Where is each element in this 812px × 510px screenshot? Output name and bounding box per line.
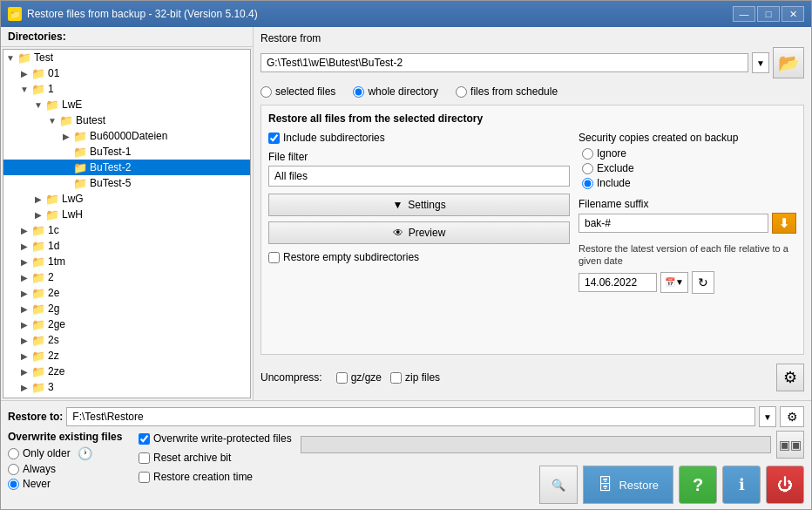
expand-2ze[interactable]: ▶ bbox=[17, 364, 31, 378]
overwrite-protected-checkbox[interactable] bbox=[139, 433, 150, 445]
tree-item-01[interactable]: ▶ 📁 01 bbox=[3, 65, 250, 81]
expand-test[interactable]: ▼ bbox=[3, 51, 17, 65]
restore-to-browse[interactable]: ⚙ bbox=[780, 406, 804, 427]
tree-item-test[interactable]: ▼ 📁 Test bbox=[3, 50, 250, 65]
radio-whole-directory-input[interactable] bbox=[353, 86, 364, 98]
tree-item-1d[interactable]: ▶ 📁 1d bbox=[3, 238, 250, 254]
expand-1d[interactable]: ▶ bbox=[17, 239, 31, 253]
restore-to-input[interactable] bbox=[66, 407, 755, 426]
overwrite-never-input[interactable] bbox=[8, 479, 19, 490]
restore-creation-item[interactable]: Restore creation time bbox=[139, 471, 292, 483]
tree-item-butest2[interactable]: ▶ 📁 BuTest-2 bbox=[3, 160, 250, 175]
security-ignore[interactable]: Ignore bbox=[582, 147, 796, 160]
expand-lwh[interactable]: ▶ bbox=[31, 207, 45, 221]
restore-creation-checkbox[interactable] bbox=[139, 472, 150, 483]
expand-1[interactable]: ▼ bbox=[17, 82, 31, 96]
gz-checkbox[interactable] bbox=[336, 372, 348, 384]
restore-empty-subdirs-checkbox[interactable] bbox=[268, 252, 280, 263]
maximize-button[interactable]: □ bbox=[757, 6, 780, 22]
gz-checkbox-item[interactable]: gz/gze bbox=[336, 371, 382, 384]
date-picker-button[interactable]: 📅▼ bbox=[660, 272, 688, 293]
path-dropdown-button[interactable]: ▼ bbox=[752, 52, 769, 73]
expand-01[interactable]: ▶ bbox=[17, 66, 31, 80]
overwrite-protected-item[interactable]: Overwrite write-protected files bbox=[139, 432, 292, 445]
radio-files-from-schedule-input[interactable] bbox=[456, 86, 467, 98]
folder-icon-butest2: 📁 bbox=[73, 161, 87, 174]
expand-2s[interactable]: ▶ bbox=[17, 333, 31, 347]
expand-2ge[interactable]: ▶ bbox=[17, 317, 31, 331]
expand-2z[interactable]: ▶ bbox=[17, 349, 31, 363]
radio-files-from-schedule[interactable]: files from schedule bbox=[456, 85, 558, 98]
progress-columns-button[interactable]: ▣▣ bbox=[776, 431, 804, 459]
close-button[interactable]: ✕ bbox=[782, 6, 804, 22]
reset-archive-checkbox[interactable] bbox=[139, 452, 150, 464]
overwrite-older-input[interactable] bbox=[8, 448, 19, 459]
expand-lwe[interactable]: ▼ bbox=[31, 98, 45, 112]
tree-item-bu60000[interactable]: ▶ 📁 Bu60000Dateien bbox=[3, 128, 250, 144]
restore-from-input[interactable] bbox=[261, 53, 748, 72]
settings-button[interactable]: ▼ Settings bbox=[268, 194, 570, 216]
include-subdirs-checkbox[interactable] bbox=[268, 133, 280, 144]
file-filter-input[interactable] bbox=[268, 166, 570, 187]
zip-checkbox-item[interactable]: zip files bbox=[390, 371, 440, 384]
tree-item-1c[interactable]: ▶ 📁 1c bbox=[3, 222, 250, 238]
security-include[interactable]: Include bbox=[582, 177, 796, 189]
overwrite-never[interactable]: Never bbox=[8, 478, 130, 490]
security-exclude[interactable]: Exclude bbox=[582, 162, 796, 174]
tree-label-lwg: LwG bbox=[62, 193, 84, 205]
tree-item-butest5[interactable]: ▶ 📁 BuTest-5 bbox=[3, 175, 250, 191]
search-files-button[interactable]: 🔍 bbox=[539, 466, 578, 504]
help-button[interactable]: ? bbox=[679, 466, 717, 504]
tree-item-2ge[interactable]: ▶ 📁 2ge bbox=[3, 316, 250, 332]
clock-icon: 🕐 bbox=[78, 446, 92, 460]
suffix-input[interactable] bbox=[579, 214, 768, 233]
date-input[interactable] bbox=[579, 273, 657, 292]
preview-button[interactable]: 👁 Preview bbox=[268, 221, 570, 244]
security-ignore-input[interactable] bbox=[582, 148, 593, 160]
expand-butest[interactable]: ▼ bbox=[45, 113, 59, 127]
expand-1tm[interactable]: ▶ bbox=[17, 255, 31, 269]
expand-bu60000[interactable]: ▶ bbox=[59, 129, 73, 143]
expand-1c[interactable]: ▶ bbox=[17, 223, 31, 237]
tree-item-2ze[interactable]: ▶ 📁 2ze bbox=[3, 364, 250, 379]
minimize-button[interactable]: — bbox=[733, 6, 755, 22]
tree-item-2[interactable]: ▶ 📁 2 bbox=[3, 269, 250, 285]
overwrite-always-input[interactable] bbox=[8, 464, 19, 475]
tree-item-1[interactable]: ▼ 📁 1 bbox=[3, 81, 250, 97]
tree-item-1tm[interactable]: ▶ 📁 1tm bbox=[3, 254, 250, 269]
restore-to-dropdown[interactable]: ▼ bbox=[759, 406, 776, 427]
overwrite-older[interactable]: Only older 🕐 bbox=[8, 446, 130, 460]
reset-archive-item[interactable]: Reset archive bit bbox=[139, 452, 292, 464]
tree-item-lwg[interactable]: ▶ 📁 LwG bbox=[3, 191, 250, 207]
path-browse-button[interactable]: 📂 bbox=[773, 47, 804, 78]
security-label: Security copies created on backup bbox=[579, 132, 796, 144]
tree-item-2s[interactable]: ▶ 📁 2s bbox=[3, 332, 250, 348]
tree-item-lwe[interactable]: ▼ 📁 LwE bbox=[3, 97, 250, 112]
tree-item-2z[interactable]: ▶ 📁 2z bbox=[3, 348, 250, 364]
tree-item-2e[interactable]: ▶ 📁 2e bbox=[3, 285, 250, 301]
expand-lwg[interactable]: ▶ bbox=[31, 192, 45, 206]
tree-item-butest1[interactable]: ▶ 📁 BuTest-1 bbox=[3, 144, 250, 160]
expand-2e[interactable]: ▶ bbox=[17, 286, 31, 300]
expand-2g[interactable]: ▶ bbox=[17, 302, 31, 316]
directory-tree[interactable]: ▼ 📁 Test ▶ 📁 01 ▼ 📁 1 ▼ bbox=[3, 49, 251, 398]
tree-item-lwh[interactable]: ▶ 📁 LwH bbox=[3, 207, 250, 222]
expand-2[interactable]: ▶ bbox=[17, 270, 31, 284]
suffix-action-button[interactable]: ⬇ bbox=[772, 213, 796, 234]
radio-whole-directory[interactable]: whole directory bbox=[353, 85, 438, 98]
zip-checkbox[interactable] bbox=[390, 372, 402, 384]
tree-item-2g[interactable]: ▶ 📁 2g bbox=[3, 301, 250, 316]
security-exclude-input[interactable] bbox=[582, 163, 593, 174]
info-button[interactable]: ℹ bbox=[722, 466, 761, 504]
power-button[interactable]: ⏻ bbox=[766, 466, 804, 504]
restore-button[interactable]: 🗄 Restore bbox=[583, 466, 673, 504]
radio-selected-files-input[interactable] bbox=[261, 86, 272, 98]
security-include-input[interactable] bbox=[582, 178, 593, 189]
expand-3[interactable]: ▶ bbox=[17, 380, 31, 394]
tree-item-3[interactable]: ▶ 📁 3 bbox=[3, 379, 250, 395]
gear-settings-button[interactable]: ⚙ bbox=[776, 364, 804, 391]
overwrite-always[interactable]: Always bbox=[8, 463, 130, 475]
refresh-date-button[interactable]: ↻ bbox=[692, 271, 714, 294]
radio-selected-files[interactable]: selected files bbox=[261, 85, 335, 98]
tree-item-butest[interactable]: ▼ 📁 Butest bbox=[3, 112, 250, 128]
